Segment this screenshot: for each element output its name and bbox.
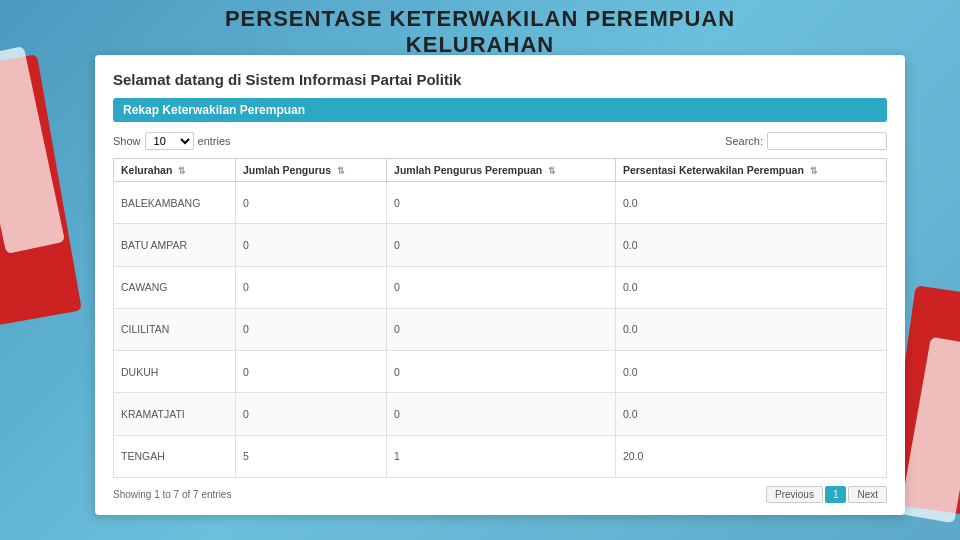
cell-jumlah_perempuan-3: 0 <box>387 308 616 350</box>
main-card: Selamat datang di Sistem Informasi Parta… <box>95 55 905 515</box>
cell-kelurahan-4: DUKUH <box>114 351 236 393</box>
sort-icon-jumlah-perempuan: ⇅ <box>548 166 556 176</box>
cell-persentasi-3: 0.0 <box>615 308 886 350</box>
cell-jumlah_perempuan-4: 0 <box>387 351 616 393</box>
table-row: BATU AMPAR000.0 <box>114 224 887 266</box>
cell-persentasi-5: 0.0 <box>615 393 886 435</box>
table-body: BALEKAMBANG000.0BATU AMPAR000.0CAWANG000… <box>114 182 887 478</box>
page-title-line1: PERSENTASE KETERWAKILAN PEREMPUAN <box>0 6 960 32</box>
table-row: CILILITAN000.0 <box>114 308 887 350</box>
cell-kelurahan-2: CAWANG <box>114 266 236 308</box>
entries-select[interactable]: 10 25 50 100 <box>145 132 194 150</box>
cell-jumlah_perempuan-5: 0 <box>387 393 616 435</box>
page-title-area: PERSENTASE KETERWAKILAN PEREMPUAN KELURA… <box>0 6 960 58</box>
cell-jumlah_perempuan-0: 0 <box>387 182 616 224</box>
cell-jumlah_pengurus-3: 0 <box>235 308 386 350</box>
table-footer: Showing 1 to 7 of 7 entries Previous 1 N… <box>113 486 887 503</box>
sort-icon-kelurahan: ⇅ <box>178 166 186 176</box>
col-jumlah-perempuan[interactable]: Jumlah Pengurus Perempuan ⇅ <box>387 159 616 182</box>
cell-jumlah_pengurus-2: 0 <box>235 266 386 308</box>
sort-icon-persentasi: ⇅ <box>810 166 818 176</box>
table-row: CAWANG000.0 <box>114 266 887 308</box>
table-row: BALEKAMBANG000.0 <box>114 182 887 224</box>
cell-jumlah_pengurus-1: 0 <box>235 224 386 266</box>
page-title-line2: KELURAHAN <box>0 32 960 58</box>
cell-persentasi-2: 0.0 <box>615 266 886 308</box>
card-header: Selamat datang di Sistem Informasi Parta… <box>113 71 887 88</box>
search-area: Search: <box>725 132 887 150</box>
cell-jumlah_pengurus-5: 0 <box>235 393 386 435</box>
sort-icon-jumlah-pengurus: ⇅ <box>337 166 345 176</box>
cell-persentasi-4: 0.0 <box>615 351 886 393</box>
data-table: Kelurahan ⇅ Jumlah Pengurus ⇅ Jumlah Pen… <box>113 158 887 478</box>
cell-persentasi-6: 20.0 <box>615 435 886 477</box>
show-entries: Show 10 25 50 100 entries <box>113 132 231 150</box>
section-bar: Rekap Keterwakilan Perempuan <box>113 98 887 122</box>
pagination: Previous 1 Next <box>766 486 887 503</box>
search-label: Search: <box>725 135 763 147</box>
cell-jumlah_perempuan-1: 0 <box>387 224 616 266</box>
search-input[interactable] <box>767 132 887 150</box>
table-row: TENGAH5120.0 <box>114 435 887 477</box>
showing-text: Showing 1 to 7 of 7 entries <box>113 489 231 500</box>
cell-kelurahan-0: BALEKAMBANG <box>114 182 236 224</box>
previous-button[interactable]: Previous <box>766 486 823 503</box>
cell-jumlah_pengurus-6: 5 <box>235 435 386 477</box>
table-row: DUKUH000.0 <box>114 351 887 393</box>
cell-persentasi-1: 0.0 <box>615 224 886 266</box>
cell-kelurahan-3: CILILITAN <box>114 308 236 350</box>
cell-kelurahan-5: KRAMATJATI <box>114 393 236 435</box>
cell-jumlah_pengurus-0: 0 <box>235 182 386 224</box>
col-jumlah-pengurus[interactable]: Jumlah Pengurus ⇅ <box>235 159 386 182</box>
entries-label: entries <box>198 135 231 147</box>
col-kelurahan[interactable]: Kelurahan ⇅ <box>114 159 236 182</box>
next-button[interactable]: Next <box>848 486 887 503</box>
col-persentasi[interactable]: Persentasi Keterwakilan Perempuan ⇅ <box>615 159 886 182</box>
table-header-row: Kelurahan ⇅ Jumlah Pengurus ⇅ Jumlah Pen… <box>114 159 887 182</box>
cell-persentasi-0: 0.0 <box>615 182 886 224</box>
cell-jumlah_perempuan-6: 1 <box>387 435 616 477</box>
cell-jumlah_pengurus-4: 0 <box>235 351 386 393</box>
show-label: Show <box>113 135 141 147</box>
cell-kelurahan-6: TENGAH <box>114 435 236 477</box>
table-row: KRAMATJATI000.0 <box>114 393 887 435</box>
page-1-button[interactable]: 1 <box>825 486 847 503</box>
controls-row: Show 10 25 50 100 entries Search: <box>113 132 887 150</box>
cell-kelurahan-1: BATU AMPAR <box>114 224 236 266</box>
cell-jumlah_perempuan-2: 0 <box>387 266 616 308</box>
